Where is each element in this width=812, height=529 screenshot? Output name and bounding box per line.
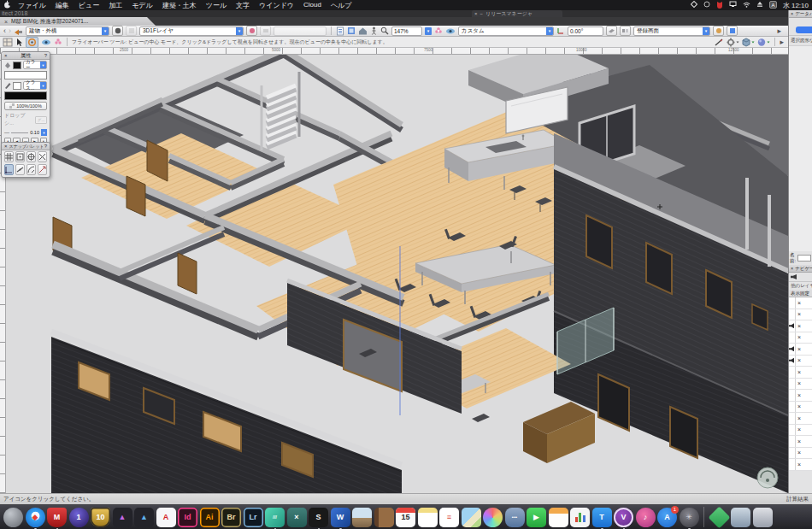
smart-edge-snap-icon[interactable] <box>15 164 25 175</box>
framed-view-icon[interactable] <box>3 38 13 47</box>
pan-eye-icon[interactable] <box>41 38 51 46</box>
menu-item-8[interactable]: ウインドウ <box>259 1 294 10</box>
menu-item-4[interactable]: モデル <box>132 1 153 10</box>
release-close-icon[interactable]: × <box>474 10 478 17</box>
update-button[interactable] <box>727 26 738 36</box>
menu-item-9[interactable]: Cloud <box>303 1 321 10</box>
help-icon[interactable]: ? <box>44 53 47 58</box>
dock-triangle-purple[interactable]: ▲ <box>113 508 132 527</box>
layer-options-button[interactable] <box>112 26 123 36</box>
dock-dictionary[interactable] <box>374 508 394 527</box>
wall-mode-button[interactable] <box>606 26 617 36</box>
nav-layer-row-2[interactable]: × <box>789 320 812 332</box>
layer-visibility-mark[interactable]: × <box>797 300 801 306</box>
fill-color-swatch[interactable] <box>13 62 21 69</box>
layer-visibility-mark[interactable]: × <box>797 357 801 363</box>
cursor-tool-icon[interactable] <box>15 38 23 47</box>
dock-scrivener[interactable]: S <box>309 508 328 527</box>
dock-itunes[interactable]: ♪ <box>636 508 656 527</box>
zoom-level-field[interactable]: 147% <box>391 26 422 36</box>
nav-layer-row-3[interactable]: × <box>789 332 812 344</box>
dock-indesign[interactable]: Id <box>178 508 197 527</box>
dock-reminders[interactable]: ≡ <box>439 508 459 527</box>
menu-item-1[interactable]: 編集 <box>56 1 69 10</box>
fill-mode-combo[interactable]: カラー▾ <box>23 61 47 69</box>
layer-visibility-mark[interactable]: × <box>797 415 801 421</box>
layer-visibility-mark[interactable]: × <box>797 403 801 409</box>
nav-layer-row-4[interactable]: × <box>789 344 812 356</box>
chevron-down-icon[interactable]: ▾ <box>703 27 709 35</box>
dock-calendar[interactable]: 15 <box>396 508 415 527</box>
object-snap-icon[interactable] <box>15 151 25 162</box>
dock-acrobat-reader[interactable]: A <box>156 508 176 527</box>
view-combo[interactable]: カスタム ▾ <box>458 26 554 36</box>
nav-layer-row-1[interactable]: × <box>789 309 812 321</box>
display-status-icon[interactable] <box>729 1 737 9</box>
menu-item-6[interactable]: ツール <box>206 1 227 10</box>
chevron-down-icon[interactable]: ▾ <box>546 27 553 35</box>
tab-close-icon[interactable]: × <box>4 19 8 25</box>
layer-visibility-mark[interactable]: × <box>797 311 801 317</box>
layer-visibility-mark[interactable]: × <box>797 334 801 340</box>
nav-column-header[interactable]: 表示固定 <box>789 290 812 297</box>
nav-layer-row-13[interactable]: × <box>789 448 812 460</box>
dock-shield-10[interactable]: 10 <box>91 508 110 527</box>
chevron-down-icon[interactable]: ▾ <box>102 27 109 35</box>
nav-layer-row-10[interactable]: × <box>789 413 812 425</box>
diamond-status-icon[interactable] <box>691 1 697 9</box>
navigation-palette-titlebar[interactable]: × ナビゲー... <box>789 265 812 273</box>
nav-layer-row-0[interactable]: × <box>789 297 812 309</box>
release-minimize-icon[interactable]: − <box>480 10 484 17</box>
eject-status-icon[interactable] <box>756 1 763 9</box>
nav-layer-row-11[interactable]: × <box>789 425 812 437</box>
document-tab[interactable]: × M邸 BIM化 推進本部2024071... <box>0 17 156 26</box>
render-style-sphere-icon[interactable] <box>757 38 770 47</box>
wall-join-button[interactable] <box>620 26 631 36</box>
dock-notes[interactable] <box>418 508 438 527</box>
flower-tool-icon[interactable] <box>434 26 443 35</box>
rotation-field[interactable]: 0.00° <box>568 26 603 36</box>
dock-vectorworks[interactable]: V <box>614 508 633 527</box>
dock-numbers[interactable] <box>570 508 590 527</box>
mcafee-status-icon[interactable] <box>716 1 723 10</box>
chevron-down-icon[interactable]: ▾ <box>41 129 47 136</box>
status-right-label[interactable]: 計算結果 <box>786 496 809 503</box>
object-info-tab-button[interactable] <box>796 26 812 33</box>
dock-trash[interactable] <box>753 508 773 527</box>
compass-icon[interactable] <box>714 38 724 47</box>
close-icon[interactable]: × <box>791 266 793 271</box>
zoom-icon[interactable] <box>380 26 389 35</box>
dock-facetime[interactable]: ▶ <box>527 508 546 527</box>
intersection-snap-icon[interactable] <box>38 151 47 162</box>
dock-maps[interactable] <box>462 508 481 527</box>
render-flower-icon[interactable] <box>54 38 62 46</box>
dock-appstore[interactable]: A1 <box>657 508 677 527</box>
saved-views-combo[interactable]: 登録画面 ▾ <box>633 26 710 36</box>
input-method-icon[interactable]: A <box>769 1 777 10</box>
nav-layer-row-14[interactable]: × <box>789 459 812 471</box>
nav-layer-row-12[interactable]: × <box>789 436 812 448</box>
toolbar-overflow-icon[interactable]: ▸ <box>777 26 781 35</box>
forward-view-button[interactable]: › <box>9 26 11 35</box>
close-icon[interactable]: × <box>791 11 793 16</box>
nav-layer-row-7[interactable]: × <box>789 379 812 391</box>
flyover-hud-widget[interactable] <box>757 467 778 488</box>
dock-x-teal[interactable]: × <box>287 508 307 527</box>
data-palette-titlebar[interactable]: × データパ... <box>789 10 812 18</box>
constrain-snap-icon[interactable] <box>38 164 47 175</box>
pen-color-swatch[interactable] <box>13 82 21 90</box>
class-field[interactable] <box>274 26 327 36</box>
zoom-dropdown-icon[interactable]: ▾ <box>425 27 432 35</box>
dock-preview[interactable] <box>352 508 372 527</box>
dock-password-1[interactable]: 1 <box>69 508 89 527</box>
menu-item-3[interactable]: 加工 <box>109 1 122 10</box>
reference-button[interactable] <box>713 26 724 36</box>
nav-layer-row-8[interactable]: × <box>789 390 812 402</box>
drop-shadow-button[interactable]: グ... <box>35 116 47 124</box>
layer-visibility-mark[interactable]: × <box>797 450 801 456</box>
layer-visibility-mark[interactable]: × <box>797 380 801 386</box>
angle-snap-icon[interactable] <box>26 151 36 162</box>
wifi-status-icon[interactable] <box>743 2 750 9</box>
dock-messages[interactable]: ••• <box>505 508 525 527</box>
render-mode-cube-icon[interactable] <box>742 38 755 47</box>
